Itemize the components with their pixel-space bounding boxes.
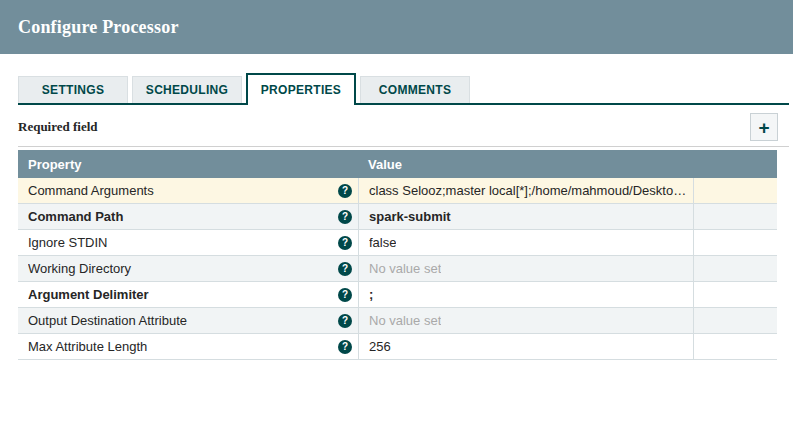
row-actions-cell	[693, 282, 777, 307]
row-actions-cell	[693, 256, 777, 281]
table-row[interactable]: Max Attribute Length ? 256	[18, 334, 777, 360]
property-cell: Max Attribute Length ?	[18, 334, 358, 359]
properties-table: Property Value Command Arguments ? class…	[18, 150, 777, 360]
table-row[interactable]: Command Arguments ? class Selooz;master …	[18, 178, 777, 204]
tab-scheduling[interactable]: SCHEDULING	[132, 76, 242, 103]
property-cell: Ignore STDIN ?	[18, 230, 358, 255]
property-name: Command Path	[28, 209, 338, 224]
table-header-row: Property Value	[18, 150, 777, 178]
help-icon[interactable]: ?	[338, 340, 352, 354]
value-cell[interactable]: spark-submit	[358, 204, 693, 229]
row-actions-cell	[693, 308, 777, 333]
tab-bar: SETTINGS SCHEDULING PROPERTIES COMMENTS	[18, 73, 789, 105]
value-cell[interactable]: No value set	[358, 256, 693, 281]
property-value: No value set	[369, 261, 441, 276]
value-cell[interactable]: ;	[358, 282, 693, 307]
property-value: class Selooz;master local[*];/home/mahmo…	[369, 183, 693, 198]
value-cell[interactable]: No value set	[358, 308, 693, 333]
dialog-title: Configure Processor	[18, 17, 179, 38]
value-cell[interactable]: 256	[358, 334, 693, 359]
table-row[interactable]: Command Path ? spark-submit	[18, 204, 777, 230]
table-row[interactable]: Working Directory ? No value set	[18, 256, 777, 282]
tab-properties[interactable]: PROPERTIES	[246, 73, 356, 105]
tab-label: SETTINGS	[42, 83, 104, 97]
value-cell[interactable]: false	[358, 230, 693, 255]
property-cell: Output Destination Attribute ?	[18, 308, 358, 333]
properties-toolbar: Required field +	[18, 113, 789, 147]
property-name: Argument Delimiter	[28, 287, 338, 302]
table-row[interactable]: Argument Delimiter ? ;	[18, 282, 777, 308]
property-cell: Argument Delimiter ?	[18, 282, 358, 307]
tab-label: COMMENTS	[379, 83, 451, 97]
help-icon[interactable]: ?	[338, 184, 352, 198]
table-row[interactable]: Output Destination Attribute ? No value …	[18, 308, 777, 334]
required-field-label: Required field	[18, 119, 98, 135]
plus-icon: +	[758, 118, 769, 137]
column-header-value: Value	[358, 157, 693, 172]
help-icon[interactable]: ?	[338, 288, 352, 302]
help-icon[interactable]: ?	[338, 210, 352, 224]
property-cell: Working Directory ?	[18, 256, 358, 281]
property-cell: Command Path ?	[18, 204, 358, 229]
property-value: spark-submit	[369, 209, 451, 224]
tab-settings[interactable]: SETTINGS	[18, 76, 128, 103]
property-name: Output Destination Attribute	[28, 313, 338, 328]
property-name: Command Arguments	[28, 183, 338, 198]
column-header-property: Property	[18, 157, 358, 172]
property-value: No value set	[369, 313, 441, 328]
property-value: ;	[369, 287, 373, 302]
table-body: Command Arguments ? class Selooz;master …	[18, 178, 777, 360]
tab-label: SCHEDULING	[146, 83, 228, 97]
property-cell: Command Arguments ?	[18, 178, 358, 203]
help-icon[interactable]: ?	[338, 262, 352, 276]
property-name: Max Attribute Length	[28, 339, 338, 354]
property-value: false	[369, 235, 396, 250]
tab-comments[interactable]: COMMENTS	[360, 76, 470, 103]
property-name: Ignore STDIN	[28, 235, 338, 250]
row-actions-cell	[693, 178, 777, 203]
help-icon[interactable]: ?	[338, 236, 352, 250]
tab-label: PROPERTIES	[261, 83, 341, 97]
row-actions-cell	[693, 204, 777, 229]
property-name: Working Directory	[28, 261, 338, 276]
add-property-button[interactable]: +	[750, 113, 778, 141]
row-actions-cell	[693, 334, 777, 359]
table-row[interactable]: Ignore STDIN ? false	[18, 230, 777, 256]
property-value: 256	[369, 339, 391, 354]
value-cell[interactable]: class Selooz;master local[*];/home/mahmo…	[358, 178, 693, 203]
dialog-header: Configure Processor	[0, 0, 793, 54]
row-actions-cell	[693, 230, 777, 255]
help-icon[interactable]: ?	[338, 314, 352, 328]
